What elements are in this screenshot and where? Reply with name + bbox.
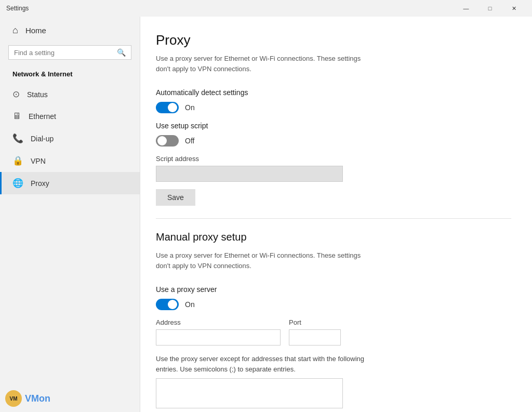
page-subtitle: Use a proxy server for Ethernet or Wi-Fi… xyxy=(156,54,374,74)
port-input[interactable]: 3365 xyxy=(289,329,341,345)
sidebar-item-proxy[interactable]: 🌐 Proxy xyxy=(0,172,140,194)
use-proxy-toggle-row: On xyxy=(156,299,511,310)
sidebar-label-dialup: Dial-up xyxy=(31,135,54,143)
auto-detect-state: On xyxy=(185,103,195,112)
address-port-row: Address 192.168.31.3 Port 3365 xyxy=(156,318,511,345)
auto-detect-toggle-row: On xyxy=(156,102,511,113)
sidebar: ⌂ Home 🔍 Network & Internet ⊙ Status 🖥 E… xyxy=(0,17,140,412)
minimize-button[interactable]: — xyxy=(454,0,478,17)
address-group: Address 192.168.31.3 xyxy=(156,318,281,345)
address-input[interactable]: 192.168.31.3 xyxy=(156,329,281,345)
save-button-1[interactable]: Save xyxy=(156,189,195,206)
close-button[interactable]: ✕ xyxy=(502,0,526,17)
sidebar-label-vpn: VPN xyxy=(31,157,46,165)
proxy-icon: 🌐 xyxy=(12,178,23,189)
use-proxy-label: Use a proxy server xyxy=(156,285,511,294)
divider xyxy=(156,218,511,219)
exceptions-label: Use the proxy server except for addresse… xyxy=(156,354,374,374)
search-input[interactable] xyxy=(14,49,113,57)
main-content: Proxy Use a proxy server for Ethernet or… xyxy=(140,17,532,412)
app-title: Settings xyxy=(6,5,29,12)
port-label: Port xyxy=(289,318,341,326)
home-label: Home xyxy=(25,26,46,35)
setup-script-state: Off xyxy=(185,137,194,145)
setup-script-toggle[interactable] xyxy=(156,135,179,147)
exceptions-textarea[interactable] xyxy=(156,378,343,408)
sidebar-label-proxy: Proxy xyxy=(31,179,49,188)
home-icon: ⌂ xyxy=(12,25,18,36)
dialup-icon: 📞 xyxy=(12,133,23,144)
sidebar-label-ethernet: Ethernet xyxy=(29,112,56,121)
page-title: Proxy xyxy=(156,32,511,48)
manual-proxy-title: Manual proxy setup xyxy=(156,231,511,243)
sidebar-section-title: Network & Internet xyxy=(0,67,140,83)
search-box[interactable]: 🔍 xyxy=(8,45,131,60)
vmmon-badge: VM xyxy=(5,390,22,407)
use-proxy-state: On xyxy=(185,300,195,309)
vmmon-text: VMon xyxy=(25,393,50,404)
maximize-button[interactable]: □ xyxy=(478,0,502,17)
vpn-icon: 🔒 xyxy=(12,155,23,166)
search-icon: 🔍 xyxy=(117,48,126,57)
use-proxy-toggle[interactable] xyxy=(156,299,179,310)
sidebar-label-status: Status xyxy=(27,90,48,99)
setup-script-label: Use setup script xyxy=(156,122,511,130)
script-address-label: Script address xyxy=(156,155,511,163)
ethernet-icon: 🖥 xyxy=(12,111,21,122)
sidebar-item-ethernet[interactable]: 🖥 Ethernet xyxy=(0,105,140,127)
sidebar-item-dialup[interactable]: 📞 Dial-up xyxy=(0,127,140,150)
manual-proxy-subtitle: Use a proxy server for Ethernet or Wi-Fi… xyxy=(156,250,374,271)
vmmon-logo: VM VMon xyxy=(5,390,50,407)
script-address-input[interactable] xyxy=(156,166,343,182)
title-bar: Settings — □ ✕ xyxy=(0,0,532,17)
sidebar-home[interactable]: ⌂ Home xyxy=(0,19,140,42)
auto-detect-label: Automatically detect settings xyxy=(156,88,511,97)
app-body: ⌂ Home 🔍 Network & Internet ⊙ Status 🖥 E… xyxy=(0,17,532,412)
sidebar-item-vpn[interactable]: 🔒 VPN xyxy=(0,150,140,172)
auto-detect-toggle[interactable] xyxy=(156,102,179,113)
port-group: Port 3365 xyxy=(289,318,341,345)
window-controls: — □ ✕ xyxy=(454,0,526,17)
sidebar-item-status[interactable]: ⊙ Status xyxy=(0,83,140,105)
status-icon: ⊙ xyxy=(12,89,20,100)
setup-script-toggle-row: Off xyxy=(156,135,511,147)
address-label: Address xyxy=(156,318,281,326)
